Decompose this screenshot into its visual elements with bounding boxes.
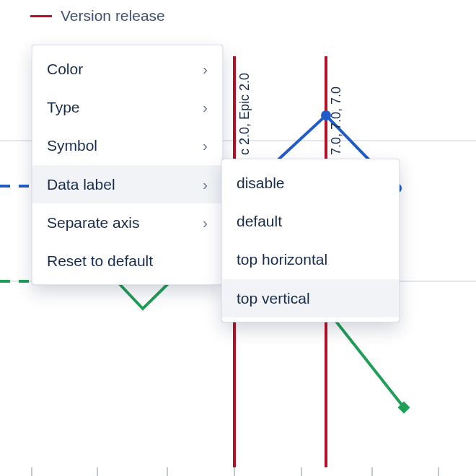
submenu-item-disable[interactable]: disable (222, 164, 399, 202)
chevron-right-icon: › (203, 136, 208, 154)
legend-swatch (30, 15, 52, 17)
chevron-right-icon: › (203, 175, 208, 193)
chevron-right-icon: › (203, 213, 208, 232)
legend-version-release[interactable]: Version release (30, 7, 165, 25)
menu-item-label: Symbol (47, 136, 97, 154)
menu-item-label: top vertical (237, 289, 310, 307)
menu-item-label: Separate axis (47, 213, 139, 232)
submenu-data-label: disabledefaulttop horizontaltop vertical (221, 159, 400, 322)
chevron-right-icon: › (203, 60, 208, 78)
menu-item-color[interactable]: Color› (32, 50, 222, 88)
release-label: c 2.0, Epic 2.0 (237, 73, 252, 155)
menu-item-label: disable (237, 174, 285, 192)
context-menu: Color›Type›Symbol›Data label›Separate ax… (32, 45, 223, 285)
menu-item-data-label[interactable]: Data label› (32, 165, 222, 203)
menu-item-label: Data label (47, 175, 115, 193)
menu-item-label: Type (47, 98, 80, 116)
menu-item-separate-axis[interactable]: Separate axis› (32, 203, 222, 242)
menu-item-label: Color (47, 60, 83, 78)
menu-item-label: default (237, 212, 282, 230)
menu-item-reset-to-default[interactable]: Reset to default (32, 242, 222, 280)
submenu-item-default[interactable]: default (222, 202, 399, 240)
release-label: 7.0, 7.0, 7.0 (329, 87, 344, 155)
chart-canvas: Version release c 2.0, Epic 2.07.0, 7.0,… (0, 0, 476, 476)
menu-item-label: top horizontal (237, 250, 327, 268)
submenu-item-top-horizontal[interactable]: top horizontal (222, 240, 399, 278)
menu-item-symbol[interactable]: Symbol› (32, 126, 222, 164)
menu-item-type[interactable]: Type› (32, 88, 222, 126)
submenu-item-top-vertical[interactable]: top vertical (222, 279, 399, 317)
legend-label: Version release (61, 7, 165, 25)
chevron-right-icon: › (203, 98, 208, 116)
menu-item-label: Reset to default (47, 252, 153, 270)
